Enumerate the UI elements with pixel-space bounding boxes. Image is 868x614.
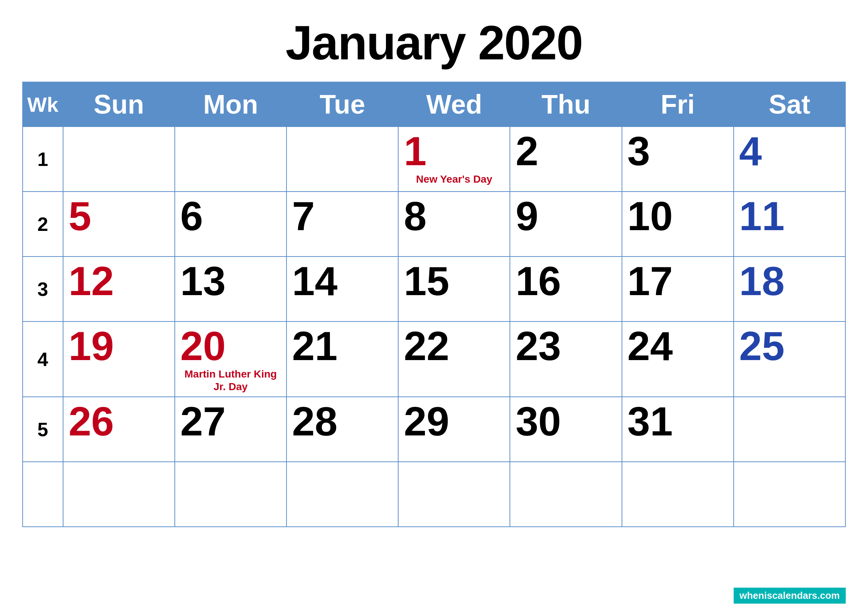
col-header-fri: Fri [622, 82, 734, 127]
day-cell [175, 462, 287, 527]
day-number: 6 [180, 195, 281, 236]
day-number: 17 [628, 260, 728, 301]
day-cell [175, 127, 287, 192]
day-number: 10 [628, 195, 728, 236]
holiday-label: Martin Luther King Jr. Day [180, 368, 281, 393]
day-number: 1 [404, 131, 504, 172]
day-cell: 8 [398, 192, 510, 256]
day-number: 30 [515, 401, 616, 442]
day-cell [63, 127, 175, 192]
watermark: wheniscalendars.com [734, 588, 846, 604]
day-cell: 17 [622, 256, 734, 321]
day-number: 23 [515, 326, 616, 366]
week-number: 2 [23, 192, 63, 256]
week-number [23, 462, 63, 527]
day-number: 16 [515, 260, 616, 301]
day-number: 2 [515, 131, 616, 172]
day-number: 18 [739, 260, 840, 301]
col-header-mon: Mon [175, 82, 287, 127]
calendar-week-row: 2567891011 [23, 192, 845, 256]
day-cell [510, 462, 622, 527]
holiday-label: New Year's Day [404, 173, 504, 186]
col-header-wk: Wk [23, 82, 63, 127]
day-cell: 20Martin Luther King Jr. Day [175, 321, 287, 397]
calendar-body: 11New Year's Day234256789101131213141516… [23, 127, 845, 527]
day-cell: 10 [622, 192, 734, 256]
calendar-table: WkSunMonTueWedThuFriSat 11New Year's Day… [22, 82, 846, 527]
day-number: 27 [180, 401, 281, 442]
day-number: 28 [292, 401, 393, 442]
day-number: 15 [404, 260, 504, 301]
day-cell: 1New Year's Day [398, 127, 510, 192]
day-cell: 11 [734, 192, 845, 256]
calendar-week-row: 312131415161718 [23, 256, 845, 321]
calendar-header-row: WkSunMonTueWedThuFriSat [23, 82, 845, 127]
day-number: 19 [69, 326, 169, 366]
day-number: 20 [180, 326, 281, 366]
day-cell: 3 [622, 127, 734, 192]
col-header-sun: Sun [63, 82, 175, 127]
day-cell [63, 462, 175, 527]
day-cell: 2 [510, 127, 622, 192]
day-number: 24 [628, 326, 728, 366]
day-number: 11 [739, 195, 840, 236]
day-cell: 25 [734, 321, 845, 397]
day-cell: 4 [734, 127, 845, 192]
day-number: 21 [292, 326, 393, 366]
day-cell: 13 [175, 256, 287, 321]
day-cell [287, 127, 398, 192]
day-number: 4 [739, 131, 840, 172]
day-number: 12 [69, 260, 169, 301]
day-number: 29 [404, 401, 504, 442]
day-number: 25 [739, 326, 840, 366]
col-header-tue: Tue [287, 82, 398, 127]
day-cell: 7 [287, 192, 398, 256]
calendar-week-row: 11New Year's Day234 [23, 127, 845, 192]
page-title: January 2020 [286, 15, 583, 71]
day-cell [398, 462, 510, 527]
calendar-week-row: 5262728293031 [23, 397, 845, 462]
day-number: 31 [628, 401, 728, 442]
day-number: 5 [69, 195, 169, 236]
calendar-week-row [23, 462, 845, 527]
day-cell: 30 [510, 397, 622, 462]
col-header-thu: Thu [510, 82, 622, 127]
week-number: 3 [23, 256, 63, 321]
day-cell: 15 [398, 256, 510, 321]
week-number: 1 [23, 127, 63, 192]
day-cell [287, 462, 398, 527]
week-number: 5 [23, 397, 63, 462]
day-cell: 31 [622, 397, 734, 462]
day-number: 26 [69, 401, 169, 442]
day-cell: 29 [398, 397, 510, 462]
day-cell: 21 [287, 321, 398, 397]
day-number: 9 [515, 195, 616, 236]
day-cell: 12 [63, 256, 175, 321]
day-cell: 22 [398, 321, 510, 397]
day-cell: 16 [510, 256, 622, 321]
day-cell: 23 [510, 321, 622, 397]
col-header-wed: Wed [398, 82, 510, 127]
day-cell: 14 [287, 256, 398, 321]
day-cell: 28 [287, 397, 398, 462]
day-cell: 24 [622, 321, 734, 397]
calendar-week-row: 41920Martin Luther King Jr. Day212223242… [23, 321, 845, 397]
col-header-sat: Sat [734, 82, 845, 127]
day-number: 22 [404, 326, 504, 366]
day-number: 7 [292, 195, 393, 236]
day-cell [734, 397, 845, 462]
week-number: 4 [23, 321, 63, 397]
calendar-wrapper: WkSunMonTueWedThuFriSat 11New Year's Day… [22, 82, 846, 599]
day-cell: 26 [63, 397, 175, 462]
day-number: 14 [292, 260, 393, 301]
day-number: 8 [404, 195, 504, 236]
day-cell: 6 [175, 192, 287, 256]
day-cell: 18 [734, 256, 845, 321]
day-number: 3 [628, 131, 728, 172]
day-cell: 5 [63, 192, 175, 256]
day-cell [622, 462, 734, 527]
day-cell: 19 [63, 321, 175, 397]
day-cell [734, 462, 845, 527]
day-cell: 9 [510, 192, 622, 256]
day-number: 13 [180, 260, 281, 301]
